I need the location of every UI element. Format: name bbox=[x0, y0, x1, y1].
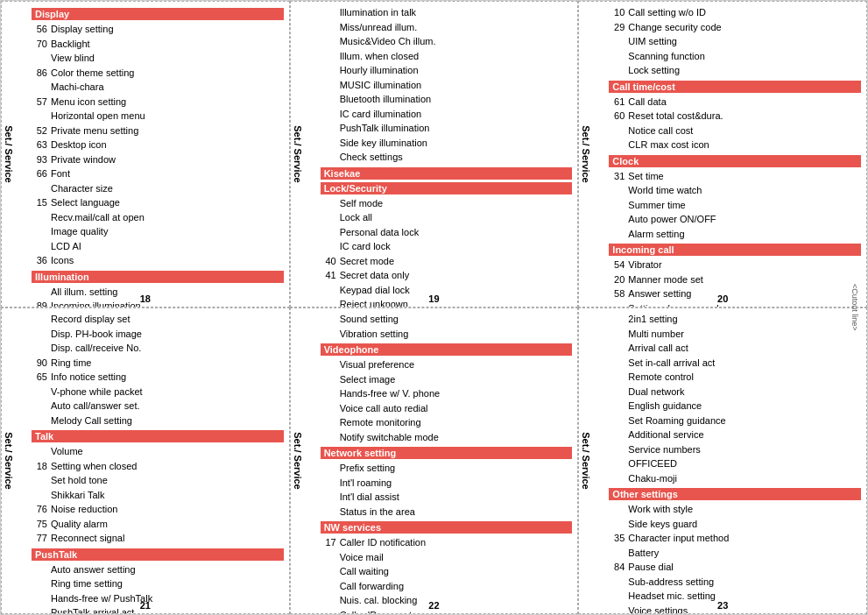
item-text: Character input method bbox=[628, 531, 729, 546]
item-text: Keypad dial lock bbox=[340, 283, 410, 298]
list-item: IC card lock bbox=[321, 239, 573, 254]
item-text: Icons bbox=[51, 253, 74, 268]
item-text: Remote monitoring bbox=[340, 415, 421, 430]
item-text: View blind bbox=[51, 51, 95, 66]
list-item: Arrival call act bbox=[609, 341, 861, 356]
list-item: Ring time setting bbox=[32, 576, 284, 591]
item-number: 40 bbox=[321, 254, 340, 269]
list-item: Personal data lock bbox=[321, 225, 573, 240]
item-text: Voice mail bbox=[340, 550, 384, 565]
list-item: Summer time bbox=[609, 198, 861, 213]
item-text: IC card lock bbox=[340, 239, 391, 254]
list-item: Miss/unread illum. bbox=[321, 20, 573, 35]
list-item: Self mode bbox=[321, 196, 573, 211]
set-service-label: Set./ Service bbox=[581, 125, 591, 182]
item-text: Reset total cost&dura. bbox=[628, 109, 723, 124]
list-item: 66Font bbox=[32, 166, 284, 181]
item-text: Set in-call arrival act bbox=[628, 356, 715, 371]
cell-21: Set./ ServiceRecord display setDisp. PH-… bbox=[1, 308, 290, 614]
item-text: Menu icon setting bbox=[51, 95, 126, 110]
page: Set./ ServiceDisplay56Display setting70B… bbox=[0, 0, 868, 615]
item-number: 20 bbox=[609, 272, 628, 287]
cell-content: Display56Display setting70BacklightView … bbox=[32, 8, 284, 308]
item-text: CLR max cost icon bbox=[628, 138, 709, 152]
item-text: PushTalk arrival act bbox=[51, 605, 134, 614]
cell-content: 2in1 settingMulti numberArrival call act… bbox=[609, 312, 861, 614]
set-service-label: Set./ Service bbox=[4, 125, 14, 182]
item-number: 75 bbox=[32, 517, 51, 532]
list-item: Record display set bbox=[32, 312, 284, 327]
item-text: Pause dial bbox=[628, 560, 673, 575]
list-item: 57Menu icon setting bbox=[32, 95, 284, 110]
list-item: Vibration setting bbox=[321, 327, 573, 342]
item-text: Call data bbox=[628, 95, 666, 110]
list-item: Scanning function bbox=[609, 49, 861, 64]
list-item: Recv.mail/call at open bbox=[32, 210, 284, 225]
cell-number: 19 bbox=[428, 293, 439, 304]
list-item: 63Desktop icon bbox=[32, 138, 284, 152]
item-text: Bluetooth illumination bbox=[340, 92, 432, 107]
item-text: Incoming illumination bbox=[51, 299, 141, 308]
list-item: All illum. setting bbox=[32, 285, 284, 300]
item-text: Vibrator bbox=[628, 258, 661, 272]
list-item: Disp. call/receive No. bbox=[32, 341, 284, 356]
item-text: Reject unknown bbox=[340, 297, 408, 308]
list-item: 36Icons bbox=[32, 253, 284, 268]
list-item: Multi number bbox=[609, 327, 861, 342]
item-number: 77 bbox=[32, 531, 51, 546]
list-item: 31Set time bbox=[609, 169, 861, 184]
item-text: Summer time bbox=[628, 198, 685, 213]
item-number: 17 bbox=[321, 535, 340, 550]
item-text: Notice call cost bbox=[628, 124, 693, 138]
list-item: Volume bbox=[32, 444, 284, 459]
item-number: 58 bbox=[609, 286, 628, 301]
list-item: Character size bbox=[32, 181, 284, 196]
item-text: Backlight bbox=[51, 37, 90, 52]
section-header: Incoming call bbox=[609, 244, 861, 256]
list-item: 2in1 setting bbox=[609, 312, 861, 327]
item-number: 90 bbox=[32, 356, 51, 371]
item-text: Caller ID notification bbox=[340, 535, 426, 550]
item-text: Battery bbox=[628, 546, 659, 561]
item-text: Hands-free w/ PushTalk bbox=[51, 591, 152, 606]
list-item: 61Call data bbox=[609, 95, 861, 110]
item-text: Vibration setting bbox=[340, 327, 409, 342]
item-text: Notify switchable mode bbox=[340, 430, 439, 445]
item-text: Lock all bbox=[340, 210, 372, 225]
item-text: Voice call auto redial bbox=[340, 401, 428, 416]
list-item: Status in the area bbox=[321, 505, 573, 520]
cutout-line: <Cutout line> bbox=[849, 0, 861, 615]
section-header: Other settings bbox=[609, 488, 861, 500]
list-item: 56Display setting bbox=[32, 22, 284, 37]
cell-number: 18 bbox=[140, 293, 151, 304]
item-text: Desktop icon bbox=[51, 138, 107, 152]
set-service-label: Set./ Service bbox=[293, 432, 303, 489]
list-item: 93Private window bbox=[32, 152, 284, 167]
item-text: Int'l dial assist bbox=[340, 490, 399, 505]
item-text: PushTalk illumination bbox=[340, 121, 430, 136]
item-text: Miss/unread illum. bbox=[340, 20, 418, 35]
list-item: Illum. when closed bbox=[321, 49, 573, 64]
list-item: Voice settings bbox=[609, 604, 861, 615]
item-number: 76 bbox=[32, 502, 51, 517]
list-item: Image quality bbox=[32, 224, 284, 239]
item-text: Melody Call setting bbox=[51, 414, 132, 428]
cell-19: Set./ ServiceIllumination in talkMiss/un… bbox=[290, 1, 579, 308]
list-item: 29Change security code bbox=[609, 20, 861, 35]
item-number: 29 bbox=[609, 20, 628, 35]
list-item: 75Quality alarm bbox=[32, 517, 284, 532]
list-item: Sound setting bbox=[321, 312, 573, 327]
item-text: Hands-free w/ V. phone bbox=[340, 386, 441, 401]
item-number: 10 bbox=[609, 5, 628, 20]
item-text: Image quality bbox=[51, 224, 108, 239]
cell-18: Set./ ServiceDisplay56Display setting70B… bbox=[1, 1, 290, 308]
item-text: Arrival call act bbox=[628, 341, 688, 356]
list-item: Hands-free w/ V. phone bbox=[321, 386, 573, 401]
item-number: 56 bbox=[32, 22, 51, 37]
item-number: 66 bbox=[32, 166, 51, 181]
list-item: UIM setting bbox=[609, 34, 861, 49]
list-item: 86Color theme setting bbox=[32, 66, 284, 81]
list-item: 18Setting when closed bbox=[32, 459, 284, 474]
item-text: Headset mic. setting bbox=[628, 589, 716, 604]
section-header: Network setting bbox=[321, 447, 573, 459]
